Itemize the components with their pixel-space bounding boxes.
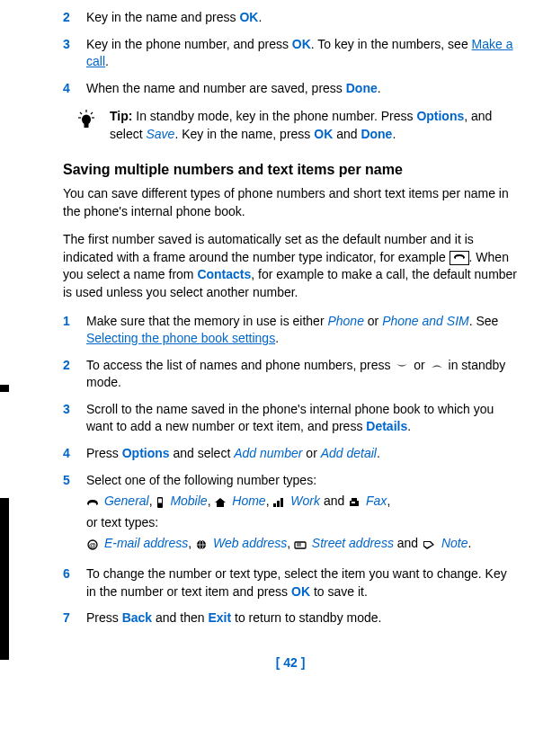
paragraph: You can save different types of phone nu…: [63, 185, 518, 220]
lightbulb-icon: [63, 108, 110, 143]
type-label: Street address: [312, 536, 394, 550]
link-text: Phone: [327, 314, 363, 328]
type-label: Home: [232, 494, 265, 508]
step-item: 5 Select one of the following number typ…: [63, 472, 518, 556]
note-icon: [422, 539, 436, 550]
step-number: 5: [63, 472, 86, 556]
link-text: Phone and SIM: [382, 314, 469, 328]
step-number: 2: [63, 9, 86, 27]
svg-rect-8: [158, 498, 162, 503]
link-text: Save: [146, 127, 174, 141]
email-icon: @: [86, 539, 99, 550]
link-text: Done: [361, 127, 392, 141]
mobile-icon: [156, 496, 165, 509]
step-item: 3Scroll to the name saved in the phone's…: [63, 401, 518, 436]
home-icon: [214, 497, 227, 508]
link-text: Options: [122, 446, 170, 460]
svg-text:@: @: [89, 541, 96, 549]
link-text: OK: [239, 10, 258, 24]
step-item: 7Press Back and then Exit to return to s…: [63, 609, 518, 627]
step-body: Make sure that the memory in use is eith…: [86, 313, 518, 348]
type-label: E-mail address: [104, 536, 188, 550]
step-body: Scroll to the name saved in the phone's …: [86, 401, 518, 436]
street-icon: [294, 539, 307, 550]
print-crop-mark: [0, 498, 9, 660]
step-item: 3Key in the phone number, and press OK. …: [63, 36, 518, 71]
link-text: Options: [416, 109, 464, 123]
link-text: Exit: [208, 610, 231, 625]
link-text: Add number: [234, 446, 302, 460]
step-number: 4: [63, 445, 86, 463]
tip-callout: Tip: In standby mode, key in the phone n…: [63, 108, 518, 143]
tip-label: Tip:: [110, 109, 132, 123]
step-text: Select one of the following number types…: [86, 472, 518, 490]
arrow-up-icon: [429, 363, 445, 369]
step-number: 2: [63, 357, 86, 392]
link-text: OK: [292, 37, 311, 51]
print-crop-mark: [0, 385, 9, 392]
link-text: Add detail: [321, 446, 377, 460]
step-number: 3: [63, 36, 86, 71]
type-label: General: [104, 494, 149, 508]
page-number: [ 42 ]: [63, 654, 518, 672]
step-number: 7: [63, 609, 86, 627]
type-label: Fax: [366, 494, 387, 508]
svg-rect-14: [352, 502, 355, 503]
arrow-down-icon: [394, 363, 410, 369]
phone-icon: [86, 497, 99, 508]
page-content: 2Key in the name and press OK.3Key in th…: [0, 0, 543, 693]
work-icon: [272, 497, 285, 508]
fax-icon: [348, 497, 361, 508]
section-heading: Saving multiple numbers and text items p…: [63, 160, 518, 180]
web-icon: [195, 539, 208, 550]
step-item: 2To access the list of names and phone n…: [63, 357, 518, 392]
step-number: 1: [63, 313, 86, 348]
number-types-line: General, Mobile, Home, Work and Fax,: [86, 493, 518, 511]
type-label: Mobile: [170, 494, 207, 508]
step-body: Key in the name and press OK.: [86, 9, 518, 27]
type-label: Web address: [213, 536, 287, 550]
framed-phone-icon: [450, 251, 469, 265]
link-text: Back: [122, 610, 152, 625]
step-item: 1Make sure that the memory in use is eit…: [63, 313, 518, 348]
svg-rect-10: [277, 501, 280, 507]
step-number: 4: [63, 80, 86, 98]
link-text: Done: [346, 81, 378, 95]
step-item: 4When the name and number are saved, pre…: [63, 80, 518, 98]
step-text: or text types:: [86, 514, 518, 532]
link-text: OK: [291, 584, 310, 599]
step-body: Key in the phone number, and press OK. T…: [86, 36, 518, 71]
step-body: Press Options and select Add number or A…: [86, 445, 518, 463]
step-body: Select one of the following number types…: [86, 472, 518, 556]
step-item: 2Key in the name and press OK.: [63, 9, 518, 27]
link-text: Contacts: [197, 267, 251, 281]
svg-rect-6: [85, 124, 89, 128]
step-body: To change the number or text type, selec…: [86, 565, 518, 600]
svg-rect-13: [352, 498, 357, 501]
link-text: Selecting the phone book settings: [86, 331, 275, 345]
step-item: 4Press Options and select Add number or …: [63, 445, 518, 463]
step-number: 6: [63, 565, 86, 600]
type-label: Work: [290, 494, 320, 508]
svg-line-2: [91, 112, 93, 114]
step-body: When the name and number are saved, pres…: [86, 80, 518, 98]
svg-line-1: [80, 112, 82, 114]
text-types-line: @ E-mail address, Web address, Street ad…: [86, 535, 518, 553]
step-item: 6To change the number or text type, sele…: [63, 565, 518, 600]
type-label: Note: [441, 536, 468, 550]
step-body: Press Back and then Exit to return to st…: [86, 609, 518, 627]
step-body: To access the list of names and phone nu…: [86, 357, 518, 392]
link-text: Details: [366, 419, 407, 433]
step-number: 3: [63, 401, 86, 436]
paragraph: The first number saved is automatically …: [63, 231, 518, 301]
link-text: OK: [314, 127, 333, 141]
tip-text: Tip: In standby mode, key in the phone n…: [110, 108, 518, 143]
svg-rect-9: [273, 503, 276, 507]
svg-point-5: [82, 115, 91, 125]
svg-rect-11: [280, 498, 283, 507]
